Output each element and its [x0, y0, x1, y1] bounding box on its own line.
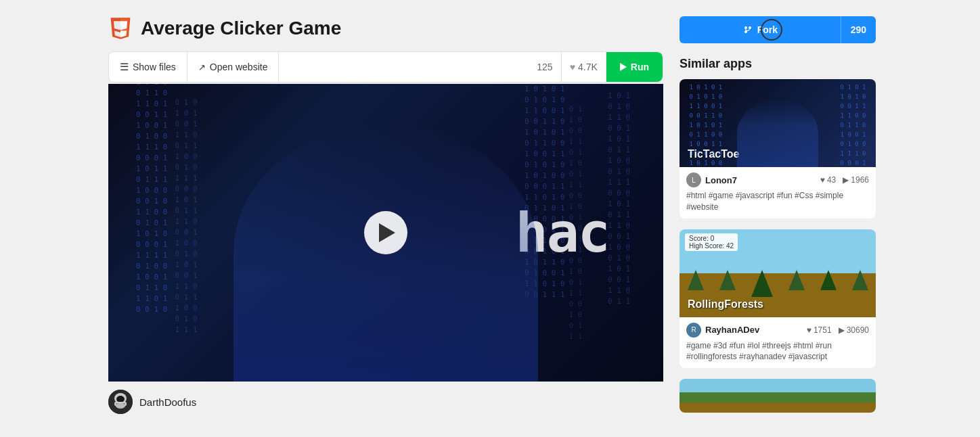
show-files-button[interactable]: ☰ Show files [109, 52, 187, 82]
third-thumbnail [680, 379, 876, 413]
trees-container [680, 270, 876, 297]
tictactoe-info: L Lonon7 ♥ 43 ▶ 1966 [680, 167, 876, 218]
tree-6 [852, 270, 868, 290]
left-panel: Average Clicker Game ☰ Show files ↗ Open… [108, 16, 663, 423]
tictactoe-likes: 43 [827, 175, 836, 185]
tictactoe-author: Lonon7 [705, 175, 816, 185]
rollingforests-info: R RayhanADev ♥ 1751 ▶ 30690 [680, 317, 876, 369]
avatar-image [108, 390, 133, 414]
app-card-tictactoe[interactable]: 1 0 1 0 10 1 0 1 01 1 0 0 10 0 1 1 01 0 … [680, 79, 876, 218]
rollingforests-runs: 30690 [847, 325, 869, 335]
tictactoe-run-icon: ▶ [843, 175, 849, 185]
rollingforests-tags: #game #3d #fun #lol #threejs #html #run … [686, 340, 869, 363]
rollingforests-title: RollingForests [688, 298, 763, 310]
rollingforests-thumbnail: Score: 0High Score: 42 RollingForests [680, 229, 876, 317]
toolbar: ☰ Show files ↗ Open website 125 ♥ 4.7K R… [108, 51, 663, 83]
tictactoe-likes-stat: ♥ 43 [820, 175, 836, 185]
tictactoe-stats: ♥ 43 ▶ 1966 [820, 175, 869, 185]
tree-3 [751, 270, 773, 297]
right-panel: Fork 290 Similar apps 1 0 1 0 10 1 0 1 0… [680, 16, 876, 423]
external-link-icon: ↗ [198, 62, 206, 72]
tree-1 [688, 270, 704, 290]
author-name: DarthDoofus [139, 396, 196, 408]
fork-label: Fork [757, 24, 778, 35]
forks-count-value: 4.7K [578, 62, 598, 72]
third-thumb-bg [680, 379, 876, 413]
rollingforests-run-icon: ▶ [839, 325, 845, 335]
svg-point-8 [116, 396, 125, 402]
tictactoe-author-avatar: L [686, 172, 701, 187]
rollingforests-meta: R RayhanADev ♥ 1751 ▶ 30690 [686, 323, 869, 338]
tictactoe-runs: 1966 [851, 175, 869, 185]
rollingforests-likes: 1751 [814, 325, 832, 335]
title-row: Average Clicker Game [108, 16, 663, 41]
fork-row: Fork 290 [680, 16, 876, 43]
similar-apps-title: Similar apps [680, 57, 876, 71]
play-icon [379, 223, 395, 242]
app-card-third[interactable] [680, 379, 876, 413]
rollingforests-runs-stat: ▶ 30690 [839, 325, 869, 335]
video-player[interactable]: 1 0 1 00 1 1 01 1 0 10 0 1 11 0 0 10 1 0… [108, 84, 663, 382]
tictactoe-tags: #html #game #javascript #fun #Css #simpl… [686, 190, 869, 213]
run-play-icon [620, 63, 627, 71]
svg-point-12 [116, 403, 125, 409]
page-title: Average Clicker Game [141, 18, 341, 39]
tree-5 [820, 270, 837, 290]
tictactoe-heart-icon: ♥ [820, 175, 825, 185]
fork-button[interactable]: Fork [680, 16, 841, 43]
fork-count[interactable]: 290 [841, 16, 876, 43]
open-website-button[interactable]: ↗ Open website [187, 52, 280, 82]
heart-icon: ♥ [570, 62, 575, 72]
score-display: Score: 0High Score: 42 [685, 233, 738, 251]
fork-icon [742, 24, 753, 35]
tree-2 [719, 270, 736, 290]
author-row: DarthDoofus [108, 390, 663, 414]
open-website-label: Open website [210, 62, 268, 72]
rollingforests-stats: ♥ 1751 ▶ 30690 [807, 325, 869, 335]
likes-display: 125 [529, 52, 561, 82]
tictactoe-thumb-bg: 1 0 1 0 10 1 0 1 01 1 0 0 10 0 1 1 01 0 … [680, 79, 876, 167]
play-button[interactable] [364, 211, 407, 254]
avatar-icon [108, 390, 133, 414]
tictactoe-meta: L Lonon7 ♥ 43 ▶ 1966 [686, 172, 869, 187]
run-label: Run [631, 62, 649, 72]
forks-display: ♥ 4.7K [562, 52, 606, 82]
show-files-label: Show files [133, 62, 176, 72]
tictactoe-runs-stat: ▶ 1966 [843, 175, 869, 185]
rollingforests-author: RayhanADev [705, 325, 803, 335]
rollingforests-likes-stat: ♥ 1751 [807, 325, 832, 335]
rollingforests-author-avatar: R [686, 323, 701, 338]
files-icon: ☰ [120, 61, 129, 73]
run-button[interactable]: Run [606, 52, 663, 82]
rollingforests-heart-icon: ♥ [807, 325, 811, 335]
tictactoe-thumbnail: 1 0 1 0 10 1 0 1 01 1 0 0 10 0 1 1 01 0 … [680, 79, 876, 167]
similar-apps-section: Similar apps 1 0 1 0 10 1 0 1 01 1 0 0 1… [680, 57, 876, 413]
likes-count: 125 [537, 62, 552, 72]
app-card-rollingforests[interactable]: Score: 0High Score: 42 RollingForests [680, 229, 876, 369]
main-container: Average Clicker Game ☰ Show files ↗ Open… [0, 0, 980, 437]
author-avatar [108, 390, 133, 414]
html5-icon [108, 16, 133, 41]
tree-4 [788, 270, 805, 290]
